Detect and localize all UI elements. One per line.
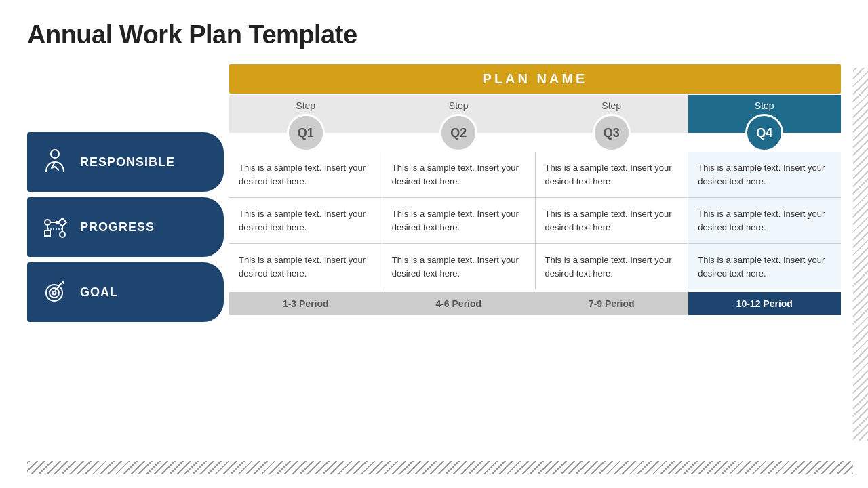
- cell-r2-c1: This is a sample text. Insert your desir…: [229, 198, 382, 243]
- period-3: 7-9 Period: [535, 292, 688, 315]
- cell-r1-c1: This is a sample text. Insert your desir…: [229, 152, 382, 197]
- svg-point-5: [46, 285, 62, 301]
- cell-r1-c3: This is a sample text. Insert your desir…: [536, 152, 689, 197]
- target-icon: [39, 277, 71, 308]
- data-row-responsible: This is a sample text. Insert your desir…: [229, 152, 841, 198]
- data-rows: This is a sample text. Insert your desir…: [229, 152, 841, 289]
- cell-r2-c3: This is a sample text. Insert your desir…: [536, 198, 689, 243]
- cell-r3-c1: This is a sample text. Insert your desir…: [229, 244, 382, 289]
- sidebar-item-responsible: RESPONSIBLE: [27, 132, 224, 192]
- step-circle-q1: Q1: [287, 114, 325, 152]
- main-container: RESPONSIBLE: [27, 64, 841, 325]
- steps-row: Step Q1 Step Q2 Step Q3 Step Q4: [229, 95, 841, 133]
- page: Annual Work Plan Template RESPONSIBLE: [0, 0, 868, 488]
- svg-point-7: [53, 291, 56, 295]
- step-label-q3: Step: [601, 100, 621, 111]
- svg-point-6: [50, 288, 59, 298]
- svg-marker-3: [58, 218, 66, 226]
- step-circle-q2: Q2: [439, 114, 477, 152]
- sidebar-item-goal: GOAL: [27, 262, 224, 322]
- step-q1: Step Q1: [229, 95, 382, 133]
- data-row-goal: This is a sample text. Insert your desir…: [229, 244, 841, 289]
- step-circle-q4: Q4: [745, 114, 783, 152]
- cell-r2-c4: This is a sample text. Insert your desir…: [688, 198, 841, 243]
- step-q2: Step Q2: [382, 95, 536, 133]
- cell-r2-c2: This is a sample text. Insert your desir…: [382, 198, 536, 243]
- arrows-icon: [39, 211, 71, 243]
- cell-r1-c2: This is a sample text. Insert your desir…: [382, 152, 536, 197]
- sidebar: RESPONSIBLE: [27, 132, 224, 325]
- svg-point-4: [60, 232, 65, 237]
- period-2: 4-6 Period: [382, 292, 536, 315]
- period-row: 1-3 Period 4-6 Period 7-9 Period 10-12 P…: [229, 292, 841, 315]
- content-area: PLAN NAME Step Q1 Step Q2 Step Q3 Step Q…: [229, 64, 841, 325]
- step-label-q4: Step: [755, 100, 774, 111]
- svg-point-1: [45, 220, 50, 225]
- step-label-q2: Step: [449, 100, 469, 111]
- cell-r3-c2: This is a sample text. Insert your desir…: [382, 244, 536, 289]
- progress-label: PROGRESS: [80, 220, 155, 235]
- cell-r3-c3: This is a sample text. Insert your desir…: [536, 244, 689, 289]
- person-icon: [39, 146, 71, 178]
- cell-r1-c4: This is a sample text. Insert your desir…: [688, 152, 841, 197]
- period-4: 10-12 Period: [688, 292, 842, 315]
- responsible-label: RESPONSIBLE: [80, 155, 175, 169]
- plan-header: PLAN NAME: [229, 64, 841, 94]
- step-q4: Step Q4: [688, 95, 842, 133]
- goal-label: GOAL: [80, 285, 118, 300]
- svg-rect-2: [45, 230, 50, 236]
- period-1: 1-3 Period: [229, 292, 382, 315]
- step-circle-q3: Q3: [593, 114, 631, 152]
- page-title: Annual Work Plan Template: [27, 20, 841, 49]
- stripe-right-decoration: [853, 68, 868, 441]
- step-q3: Step Q3: [535, 95, 688, 133]
- step-label-q1: Step: [296, 100, 315, 111]
- sidebar-item-progress: PROGRESS: [27, 197, 224, 257]
- data-row-progress: This is a sample text. Insert your desir…: [229, 198, 841, 244]
- cell-r3-c4: This is a sample text. Insert your desir…: [688, 244, 841, 289]
- stripe-bottom-decoration: [27, 461, 853, 474]
- svg-point-0: [51, 150, 59, 158]
